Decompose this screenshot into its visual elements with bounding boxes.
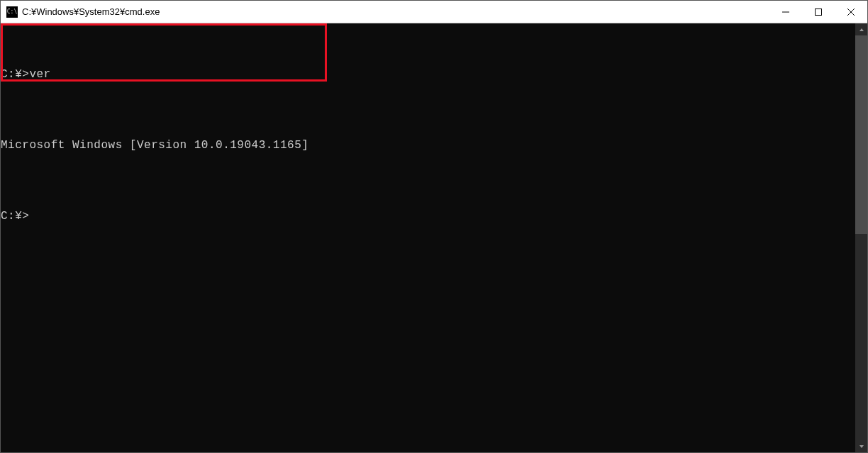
vertical-scrollbar[interactable]: [855, 23, 867, 452]
cmd-icon: C:\: [6, 6, 18, 18]
terminal-line: C:¥>ver: [1, 67, 855, 82]
svg-marker-5: [859, 445, 864, 448]
terminal-prompt: C:¥>: [1, 209, 855, 223]
maximize-button[interactable]: [802, 1, 835, 23]
close-button[interactable]: [835, 1, 867, 23]
terminal-line: Microsoft Windows [Version 10.0.19043.11…: [1, 138, 855, 152]
scroll-up-button[interactable]: [855, 23, 867, 35]
minimize-button[interactable]: [769, 1, 802, 23]
terminal-output[interactable]: C:¥>ver Microsoft Windows [Version 10.0.…: [1, 23, 855, 452]
svg-rect-1: [816, 9, 822, 15]
window-controls: [769, 1, 867, 23]
cmd-window: C:\ C:¥Windows¥System32¥cmd.exe C:¥>ver …: [0, 0, 868, 453]
scroll-down-button[interactable]: [855, 440, 867, 452]
window-title: C:¥Windows¥System32¥cmd.exe: [22, 6, 769, 17]
titlebar[interactable]: C:\ C:¥Windows¥System32¥cmd.exe: [1, 1, 867, 23]
cmd-icon-text: C:\: [7, 9, 17, 15]
scrollbar-thumb[interactable]: [855, 35, 867, 234]
svg-marker-4: [859, 28, 864, 31]
client-area: C:¥>ver Microsoft Windows [Version 10.0.…: [1, 23, 867, 452]
